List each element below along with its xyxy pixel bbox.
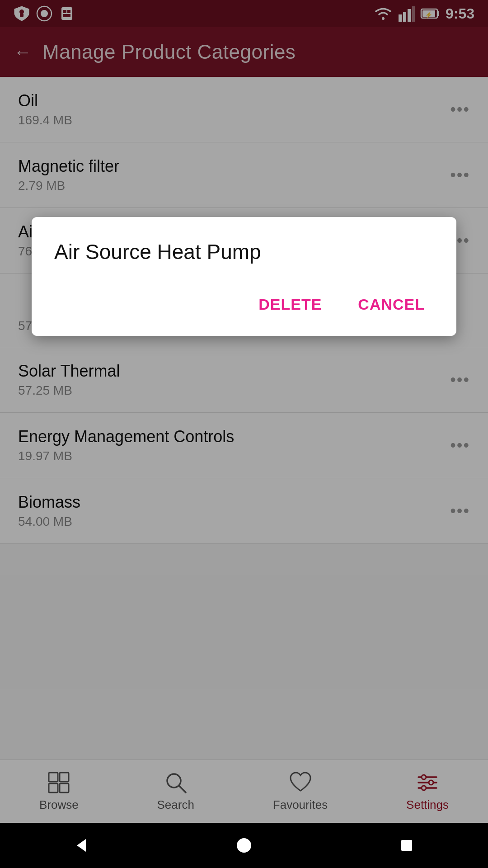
dialog-overlay (0, 0, 488, 868)
android-recent-button[interactable] (393, 832, 420, 859)
dialog-buttons: DELETE CANCEL (54, 291, 434, 318)
android-home-button[interactable] (230, 832, 258, 859)
svg-point-30 (237, 838, 251, 853)
svg-marker-29 (77, 839, 86, 852)
android-nav-bar (0, 823, 488, 868)
delete-dialog: Air Source Heat Pump DELETE CANCEL (32, 217, 456, 336)
delete-button[interactable]: DELETE (249, 291, 331, 318)
android-back-button[interactable] (68, 832, 95, 859)
cancel-button[interactable]: CANCEL (349, 291, 434, 318)
dialog-title: Air Source Heat Pump (54, 240, 434, 264)
svg-rect-31 (401, 840, 412, 851)
